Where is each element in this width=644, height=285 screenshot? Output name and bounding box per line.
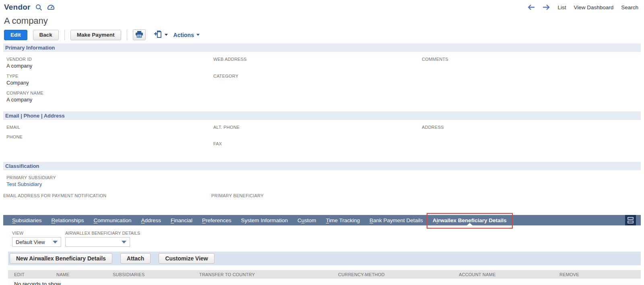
view-control: VIEW Default View [12,231,61,247]
tab-custom[interactable]: Custom [293,215,321,225]
tab-relationships[interactable]: Relationships [47,215,89,225]
column-header-edit: EDIT [8,272,56,277]
primary-subsidiary-link[interactable]: Test Subsidiary [6,181,213,188]
field-label: PHONE [6,134,213,140]
section-title: Email | Phone | Address [5,113,65,119]
empty-state-message: No records to show. [14,281,62,285]
field-label: CATEGORY [213,74,422,79]
chevron-down-icon [196,34,200,36]
section-header-primary-information[interactable]: Primary Information [3,43,641,52]
column-header-currency-method: CURRENCY-METHOD [338,272,459,277]
field-label: WEB ADDRESS [213,57,422,62]
dashboard-gauge-icon[interactable] [47,4,55,10]
field-value [422,63,644,69]
field-value [213,63,422,69]
record-toolbar: Edit Back Make Payment Actions [4,29,640,40]
field-value: Company [6,80,213,86]
actions-label: Actions [173,32,194,38]
field-email-address-for-payment-notification: EMAIL ADDRESS FOR PAYMENT NOTIFICATION [3,193,211,198]
printer-icon [135,31,143,39]
field-value [213,80,422,86]
tab-financial[interactable]: Financial [166,215,197,225]
customize-view-button[interactable]: Customize View [159,253,214,264]
forward-arrow-icon[interactable] [543,4,550,10]
subtab-controls: VIEW Default View AIRWALLEX BENEFICIARY … [3,225,644,247]
tab-subsidiaries[interactable]: Subsidiaries [7,215,47,225]
tab-address[interactable]: Address [136,215,166,225]
field-alt-phone: ALT. PHONE [213,125,422,130]
chevron-down-icon [53,241,58,244]
field-primary-subsidiary: PRIMARY SUBSIDIARY Test Subsidiary [6,175,213,188]
empty-state-row: No records to show. [8,279,641,285]
actions-menu[interactable]: Actions [173,32,200,38]
field-address: ADDRESS [422,125,644,130]
column-header-name: NAME [56,272,113,277]
print-button[interactable] [133,29,146,40]
chevron-down-icon [122,241,126,244]
attach-button[interactable]: Attach [120,253,151,264]
edit-button[interactable]: Edit [4,30,27,40]
beneficiary-details-table: EDIT NAME SUBSIDIARIES TRANSFER TO COUNT… [8,270,641,285]
tab-preferences[interactable]: Preferences [197,215,236,225]
field-company-name: COMPANY NAME A company [6,91,213,103]
toolbar-separator [127,30,127,40]
record-type-title: Vendor [4,3,31,12]
field-primary-beneficiary: PRIMARY BENEFICIARY [211,193,644,198]
toolbar-separator [64,30,65,40]
field-email: EMAIL [6,125,213,130]
field-label: COMPANY NAME [6,91,213,96]
field-label: TYPE [6,74,213,79]
tab-system-information[interactable]: System Information [236,215,293,225]
record-title: A company [0,15,644,27]
tab-airwallex-beneficiary-details[interactable]: Airwallex Beneficiary Details [428,215,512,225]
field-label: PRIMARY SUBSIDIARY [6,175,213,180]
view-selected-value: Default View [16,239,45,245]
field-label: ALT. PHONE [213,125,422,130]
classification-row-2: EMAIL ADDRESS FOR PAYMENT NOTIFICATION P… [3,193,644,203]
column-header-subsidiaries: SUBSIDIARIES [113,272,199,277]
field-label: EMAIL [6,125,213,130]
section-header-classification[interactable]: Classification [3,162,641,170]
header-nav: List View Dashboard Search [528,4,640,10]
tab-communication[interactable]: Communication [89,215,136,225]
field-web-address: WEB ADDRESS [213,57,422,69]
tab-time-tracking[interactable]: Time Tracking [321,215,365,225]
nav-link-list[interactable]: List [557,4,566,10]
field-phone: PHONE [6,134,213,140]
section-title: Primary Information [5,45,55,51]
section-header-email-phone-address[interactable]: Email | Phone | Address [3,112,641,120]
section-title: Classification [5,163,39,169]
subtab-bar: Subsidiaries Relationships Communication… [3,215,641,225]
view-select[interactable]: Default View [12,237,61,247]
nav-link-view-dashboard[interactable]: View Dashboard [574,4,613,10]
make-payment-button[interactable]: Make Payment [70,30,121,40]
column-header-transfer-to-country: TRANSFER TO COUNTRY [199,272,338,277]
list-toolbar: New Airwallex Beneficiary Details Attach… [8,252,641,265]
new-record-menu[interactable] [154,30,168,40]
field-value: A company [6,97,213,103]
field-fax: FAX [213,141,422,147]
field-category: CATEGORY [213,74,422,86]
search-icon[interactable] [35,4,42,11]
field-value: A company [6,63,213,69]
nav-link-search[interactable]: Search [621,4,638,10]
tab-bank-payment-details[interactable]: Bank Payment Details [365,215,428,225]
table-header-row: EDIT NAME SUBSIDIARIES TRANSFER TO COUNT… [8,270,641,279]
airwallex-beneficiary-details-select[interactable] [65,237,130,247]
page-header: Vendor List View Dashboard Search [0,2,644,12]
document-plus-icon [154,30,163,40]
tab-display-toggle-icon[interactable] [625,215,636,225]
new-airwallex-beneficiary-details-button[interactable]: New Airwallex Beneficiary Details [10,253,112,264]
field-label: EMAIL ADDRESS FOR PAYMENT NOTIFICATION [3,193,211,198]
back-arrow-icon[interactable] [528,4,535,10]
field-type: TYPE Company [6,74,213,86]
field-comments: COMMENTS [422,57,644,69]
abd-label: AIRWALLEX BENEFICIARY DETAILS [65,231,140,236]
classification-fields: PRIMARY SUBSIDIARY Test Subsidiary [3,170,644,188]
chevron-down-icon [165,34,168,36]
field-label: FAX [213,141,422,147]
back-button[interactable]: Back [33,30,59,40]
email-phone-address-fields: EMAIL PHONE ALT. PHONE FAX ADDRESS [3,120,644,151]
active-tab-caret [467,223,473,225]
field-vendor-id: VENDOR ID A company [6,57,213,69]
